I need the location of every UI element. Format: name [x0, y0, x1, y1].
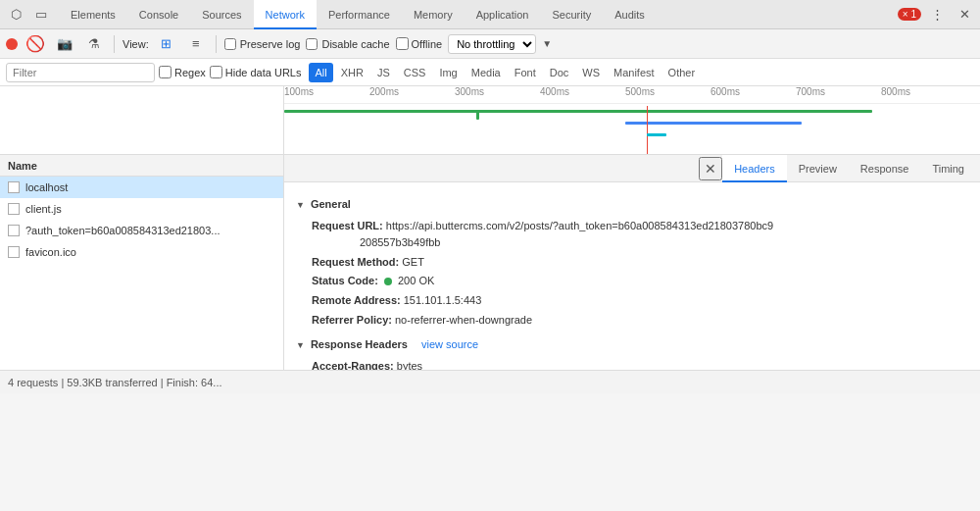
top-tab-bar: ⬡ ▭ Elements Console Sources Network Per… [0, 0, 980, 29]
preserve-log-input[interactable] [224, 38, 236, 50]
marker-800ms: 800ms [881, 86, 910, 97]
req-checkbox4 [8, 246, 20, 258]
detail-tab-timing[interactable]: Timing [920, 155, 976, 182]
detail-tabs: ✕ Headers Preview Response Timing [284, 155, 980, 182]
inspect-icon[interactable]: ⬡ [4, 3, 27, 26]
tab-console[interactable]: Console [127, 0, 190, 29]
offline-input[interactable] [396, 37, 409, 50]
req-checkbox2 [8, 203, 20, 215]
filter-type-media[interactable]: Media [466, 63, 507, 82]
filter-type-doc[interactable]: Doc [544, 63, 575, 82]
tab-application[interactable]: Application [465, 0, 541, 29]
error-badge: × 1 [898, 8, 921, 21]
status-text: 4 requests | 59.3KB transferred | Finish… [8, 377, 222, 388]
req-name-clientjs: client.js [25, 203, 62, 215]
filter-type-other[interactable]: Other [662, 63, 702, 82]
preserve-log-checkbox[interactable]: Preserve log [224, 38, 301, 50]
request-method-key: Request Method: [312, 256, 399, 268]
main-area: Name localhost client.js ?auth_token=b60… [0, 155, 980, 370]
req-name-favicon: favicon.ico [25, 246, 76, 258]
detail-tab-response[interactable]: Response [849, 155, 921, 182]
timeline-bar-blue [625, 122, 802, 125]
tab-elements[interactable]: Elements [59, 0, 127, 29]
filter-type-xhr[interactable]: XHR [335, 63, 369, 82]
tab-audits[interactable]: Audits [603, 0, 657, 29]
record-icon [6, 38, 18, 50]
filter-type-css[interactable]: CSS [398, 63, 432, 82]
req-name-auth: ?auth_token=b60a008584313ed21803... [25, 225, 220, 236]
clear-icon[interactable]: 🚫 [24, 32, 47, 56]
hide-data-urls-input[interactable] [210, 66, 222, 78]
filter-type-font[interactable]: Font [509, 63, 542, 82]
req-checkbox [8, 181, 20, 193]
filter-type-img[interactable]: Img [433, 63, 463, 82]
throttle-select[interactable]: No throttling [448, 34, 536, 54]
filter-icon[interactable]: ⚗ [82, 32, 106, 56]
detail-tab-headers[interactable]: Headers [722, 155, 787, 182]
tab-sources[interactable]: Sources [190, 0, 253, 29]
detail-tab-preview[interactable]: Preview [787, 155, 849, 182]
offline-checkbox[interactable]: Offline [396, 37, 443, 50]
request-method-val: GET [402, 256, 424, 268]
view-grid-icon[interactable]: ⊞ [155, 32, 178, 56]
marker-400ms: 400ms [540, 86, 569, 97]
disable-cache-input[interactable] [306, 38, 318, 50]
tab-network[interactable]: Network [254, 0, 317, 29]
marker-600ms: 600ms [710, 86, 740, 97]
req-name-localhost: localhost [25, 181, 68, 193]
request-url-key: Request URL: [312, 220, 383, 231]
request-item-localhost[interactable]: localhost [0, 177, 283, 198]
separator [114, 35, 115, 53]
view-source-link[interactable]: view source [421, 336, 478, 354]
referrer-policy-val: no-referrer-when-downgrade [395, 314, 532, 326]
filter-type-js[interactable]: JS [371, 63, 396, 82]
regex-checkbox[interactable]: Regex [159, 66, 206, 78]
timeline-markers: 100ms 200ms 300ms 400ms 500ms 600ms 700m… [284, 86, 980, 104]
timeline-bars [284, 106, 980, 154]
filter-types: All XHR JS CSS Img Media Font Doc WS Man… [309, 63, 701, 82]
request-item-clientjs[interactable]: client.js [0, 198, 283, 220]
detail-panel: ✕ Headers Preview Response Timing Genera… [284, 155, 980, 370]
timeline-bar-green-top [284, 110, 872, 113]
filter-input[interactable] [6, 63, 155, 82]
req-checkbox3 [8, 225, 20, 236]
status-dot [384, 278, 392, 285]
hide-data-urls-checkbox[interactable]: Hide data URLs [210, 66, 302, 78]
response-headers-section-header[interactable]: Response Headers view source [296, 336, 968, 354]
accept-ranges-key: Accept-Ranges: [312, 360, 394, 370]
marker-200ms: 200ms [369, 86, 399, 97]
response-headers-title: Response Headers [311, 336, 408, 354]
detail-close-icon[interactable]: ✕ [699, 157, 722, 180]
disable-cache-checkbox[interactable]: Disable cache [306, 38, 389, 50]
request-item-auth[interactable]: ?auth_token=b60a008584313ed21803... [0, 220, 283, 241]
request-url-row: Request URL: https://api.buttercms.com/v… [312, 218, 968, 252]
filter-type-ws[interactable]: WS [576, 63, 606, 82]
view-label: View: [122, 38, 149, 50]
request-list: Name localhost client.js ?auth_token=b60… [0, 155, 284, 370]
screenshot-icon[interactable]: 📷 [53, 32, 76, 56]
filter-row: Regex Hide data URLs All XHR JS CSS Img … [0, 59, 980, 86]
remote-address-key: Remote Address: [312, 294, 401, 306]
tab-memory[interactable]: Memory [402, 0, 465, 29]
tab-performance[interactable]: Performance [317, 0, 402, 29]
filter-type-manifest[interactable]: Manifest [608, 63, 661, 82]
regex-input[interactable] [159, 66, 172, 78]
separator2 [216, 35, 217, 53]
detail-content: General Request URL: https://api.butterc… [284, 182, 980, 370]
view-list-icon[interactable]: ≡ [184, 32, 208, 56]
remote-address-val: 151.101.1.5:443 [404, 294, 482, 306]
general-section-header[interactable]: General [296, 196, 968, 214]
device-icon[interactable]: ▭ [29, 3, 53, 26]
remote-address-row: Remote Address: 151.101.1.5:443 [312, 292, 968, 310]
filter-type-all[interactable]: All [309, 63, 332, 82]
accept-ranges-row: Accept-Ranges: bytes [312, 358, 968, 370]
tab-security[interactable]: Security [540, 0, 603, 29]
timeline-vline [647, 106, 648, 154]
offline-label: Offline [412, 38, 443, 50]
marker-300ms: 300ms [455, 86, 484, 97]
close-icon[interactable]: ✕ [953, 3, 976, 26]
status-bar: 4 requests | 59.3KB transferred | Finish… [0, 370, 980, 393]
marker-100ms: 100ms [284, 86, 314, 97]
request-item-favicon[interactable]: favicon.ico [0, 241, 283, 263]
more-options-icon[interactable]: ⋮ [925, 3, 949, 26]
